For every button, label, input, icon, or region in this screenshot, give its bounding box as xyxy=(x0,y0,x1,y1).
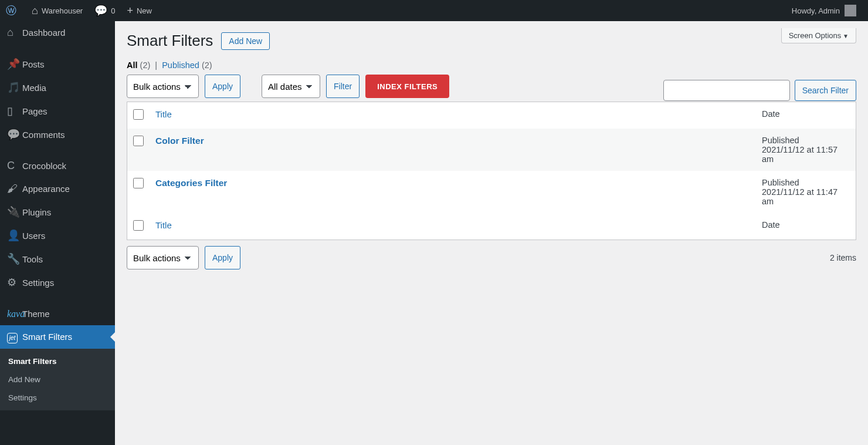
row-date: Published2021/11/12 at 11:47 am xyxy=(756,171,856,213)
new-content-link[interactable]: +New xyxy=(121,0,158,21)
account-link[interactable]: Howdy, Admin xyxy=(786,0,862,21)
sidebar-item-label: Posts xyxy=(22,59,45,69)
column-title-footer[interactable]: Title xyxy=(150,213,756,240)
sidebar-item-label: Dashboard xyxy=(22,28,65,38)
site-name-link[interactable]: ⌂Warehouser xyxy=(26,0,89,21)
bulk-action-select[interactable]: Bulk actions xyxy=(127,75,199,98)
plugins-icon: 🔌 xyxy=(7,205,22,218)
sidebar-item-posts[interactable]: 📌Posts xyxy=(0,52,115,76)
sidebar-item-label: Appearance xyxy=(22,184,70,194)
row-date: Published2021/11/12 at 11:57 am xyxy=(756,129,856,171)
new-label: New xyxy=(137,6,152,15)
item-count-bottom: 2 items xyxy=(830,253,856,262)
column-title[interactable]: Title xyxy=(150,102,756,129)
sidebar-item-label: Theme xyxy=(22,309,50,319)
sidebar-item-dashboard[interactable]: ⌂Dashboard xyxy=(0,21,115,44)
wordpress-icon: ⓦ xyxy=(6,4,16,18)
date-filter-select[interactable]: All dates xyxy=(262,75,320,98)
appearance-icon: 🖌 xyxy=(7,183,22,195)
sidebar-item-label: Plugins xyxy=(22,207,51,217)
media-icon: 🎵 xyxy=(7,81,22,94)
search-button[interactable]: Search Filter xyxy=(795,80,856,101)
sidebar-item-smart-filters[interactable]: jetSmart Filters xyxy=(0,325,115,349)
kava-icon: kava xyxy=(7,308,22,320)
tab-published[interactable]: Published (2) xyxy=(162,60,212,70)
admin-bar-left: ⓦ ⌂Warehouser 💬0 +New xyxy=(0,0,158,21)
row-checkbox[interactable] xyxy=(133,136,144,146)
sidebar-item-label: Smart Filters xyxy=(22,332,72,342)
submenu-item-settings[interactable]: Settings xyxy=(0,389,115,407)
crocoblock-icon: C xyxy=(7,160,22,172)
sidebar-item-pages[interactable]: ▯Pages xyxy=(0,99,115,123)
settings-icon: ⚙ xyxy=(7,276,22,289)
sidebar-item-label: Crocoblock xyxy=(22,161,66,171)
sidebar-item-users[interactable]: 👤Users xyxy=(0,224,115,247)
sidebar-item-label: Media xyxy=(22,83,46,93)
index-filters-button[interactable]: INDEX FILTERS xyxy=(365,75,449,98)
search-input[interactable] xyxy=(663,80,790,101)
select-all-top[interactable] xyxy=(133,109,144,120)
sidebar-item-label: Pages xyxy=(22,106,48,116)
avatar xyxy=(845,5,856,16)
home-icon: ⌂ xyxy=(32,5,38,17)
admin-sidebar: ⌂Dashboard📌Posts🎵Media▯Pages💬CommentsCCr… xyxy=(0,21,115,445)
screen-options-toggle[interactable]: Screen Options xyxy=(781,28,856,43)
search-box: Search Filter xyxy=(663,80,856,101)
sidebar-item-appearance[interactable]: 🖌Appearance xyxy=(0,177,115,200)
admin-bar: ⓦ ⌂Warehouser 💬0 +New Howdy, Admin xyxy=(0,0,868,21)
column-date[interactable]: Date xyxy=(756,102,856,129)
dashboard-icon: ⌂ xyxy=(7,26,22,39)
apply-button[interactable]: Apply xyxy=(205,75,240,98)
sidebar-item-settings[interactable]: ⚙Settings xyxy=(0,271,115,294)
sidebar-item-tools[interactable]: 🔧Tools xyxy=(0,247,115,271)
apply-button-bottom[interactable]: Apply xyxy=(205,246,240,269)
howdy-text: Howdy, Admin xyxy=(792,6,840,15)
sidebar-item-label: Comments xyxy=(22,130,65,140)
submenu-item-smart-filters[interactable]: Smart Filters xyxy=(0,352,115,370)
posts-icon: 📌 xyxy=(7,58,22,70)
jet-icon: jet xyxy=(7,331,22,343)
table-row: Color FilterPublished2021/11/12 at 11:57… xyxy=(127,129,856,171)
column-date-footer[interactable]: Date xyxy=(756,213,856,240)
wp-logo[interactable]: ⓦ xyxy=(0,0,26,21)
row-title-link[interactable]: Categories Filter xyxy=(155,178,227,188)
add-new-button[interactable]: Add New xyxy=(221,32,270,50)
sidebar-item-media[interactable]: 🎵Media xyxy=(0,76,115,99)
sidebar-item-crocoblock[interactable]: CCrocoblock xyxy=(0,154,115,177)
submenu-item-add-new[interactable]: Add New xyxy=(0,370,115,389)
tools-icon: 🔧 xyxy=(7,252,22,265)
sidebar-item-label: Tools xyxy=(22,254,43,264)
admin-bar-right: Howdy, Admin xyxy=(786,0,862,21)
users-icon: 👤 xyxy=(7,229,22,242)
content-area: Screen Options Smart Filters Add New All… xyxy=(115,21,868,445)
table-row: Categories FilterPublished2021/11/12 at … xyxy=(127,171,856,213)
comment-icon: 💬 xyxy=(94,4,107,17)
status-filter-tabs: All (2) | Published (2) xyxy=(127,60,856,70)
select-all-bottom[interactable] xyxy=(133,220,144,231)
comments-icon: 💬 xyxy=(7,128,22,141)
row-checkbox[interactable] xyxy=(133,178,144,188)
sidebar-item-label: Settings xyxy=(22,278,54,288)
pages-icon: ▯ xyxy=(7,104,22,117)
tablenav-bottom: Bulk actions Apply 2 items xyxy=(127,246,856,269)
comments-link[interactable]: 💬0 xyxy=(89,0,121,21)
filters-table: Title Date Color FilterPublished2021/11/… xyxy=(127,102,856,240)
sidebar-item-label: Users xyxy=(22,231,45,241)
sidebar-item-theme[interactable]: kavaTheme xyxy=(0,302,115,325)
sidebar-item-plugins[interactable]: 🔌Plugins xyxy=(0,200,115,224)
row-title-link[interactable]: Color Filter xyxy=(155,136,204,146)
site-name: Warehouser xyxy=(42,6,83,15)
tab-all[interactable]: All (2) xyxy=(127,60,150,70)
page-title: Smart Filters xyxy=(127,32,213,50)
plus-icon: + xyxy=(127,5,133,17)
comments-count: 0 xyxy=(111,6,115,15)
bulk-action-select-bottom[interactable]: Bulk actions xyxy=(127,246,199,269)
filter-button[interactable]: Filter xyxy=(326,75,360,98)
sidebar-item-comments[interactable]: 💬Comments xyxy=(0,123,115,146)
